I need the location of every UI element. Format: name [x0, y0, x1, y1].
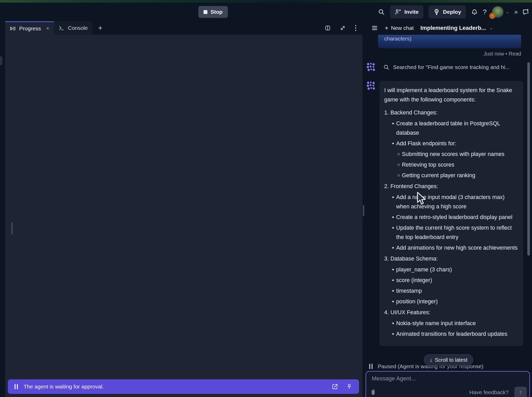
agent-message-bullet: •Create a leaderboard table in PostgreSQ… [384, 119, 518, 138]
new-comment-button[interactable] [522, 8, 529, 16]
expand-pane-button[interactable] [340, 25, 346, 31]
agent-chat-pane: + New chat Implementing Leaderb... ⌄ cha… [365, 21, 532, 397]
pane-divider [362, 21, 365, 397]
agent-message-sub-bullet: ○Getting current player ranking [384, 171, 518, 180]
sidebar-collapsed-handle[interactable] [0, 56, 2, 65]
chat-scrollbar-thumb[interactable] [527, 62, 530, 256]
avatar-badge-icon: ✦ [489, 13, 495, 19]
agent-logo-icon [366, 62, 376, 72]
chat-session-title: Implementing Leaderb... [421, 25, 486, 31]
agent-message-bullet: •Add animations for new high score achie… [384, 243, 518, 252]
invite-label: Invite [404, 9, 419, 15]
tool-search-icon [383, 64, 389, 70]
open-in-new-button[interactable] [332, 383, 338, 390]
paperclip-icon [370, 389, 376, 396]
agent-message-bullet: •Nokia-style name input interface [384, 319, 518, 328]
double-chevron-right-icon: » [514, 8, 517, 16]
scroll-to-latest-button[interactable]: ↓ Scroll to latest [424, 354, 473, 366]
pause-icon [369, 364, 373, 369]
chat-message-list[interactable]: characters) Just now • Read [365, 35, 532, 362]
close-tab-icon[interactable]: × [46, 25, 49, 31]
expand-diagonal-icon [340, 25, 346, 31]
open-in-new-icon [332, 383, 338, 390]
pause-icon [15, 384, 18, 389]
chevron-down-icon: ⌄ [506, 10, 509, 14]
attach-file-button[interactable] [370, 389, 376, 396]
tab-bar: Progress × Console + [5, 21, 362, 35]
progress-icon [10, 25, 16, 32]
invite-person-plus-icon [395, 9, 401, 15]
collapse-panel-button[interactable]: » [514, 8, 517, 16]
deploy-button[interactable]: Deploy [429, 5, 466, 18]
agent-tool-call-row[interactable]: Searched for "Find game score tracking a… [366, 62, 527, 72]
agent-message-section-title: 3. Database Schema: [384, 254, 518, 263]
progress-pane: Progress × Console + [5, 21, 362, 397]
mouse-cursor [416, 191, 427, 206]
scroll-to-latest-label: Scroll to latest [435, 357, 467, 363]
deploy-icon [433, 9, 440, 15]
chat-session-selector[interactable]: Implementing Leaderb... ⌄ [421, 25, 493, 31]
new-chat-label: New chat [391, 25, 414, 31]
user-message-text: characters) [384, 36, 411, 42]
agent-message-bullet: •Add a name input modal (3 characters ma… [384, 193, 518, 211]
agent-message-card: I will implement a leaderboard system fo… [380, 81, 523, 346]
tab-console-label: Console [68, 25, 88, 31]
workspace: Progress × Console + [0, 21, 532, 397]
terminal-icon [59, 25, 65, 31]
search-icon [378, 9, 385, 15]
agent-message-bullet: •Update the current high score system to… [384, 223, 518, 242]
tab-console[interactable]: Console [54, 21, 93, 35]
agent-message-bullet: •position (integer) [384, 297, 518, 306]
replit-workspace-window: Stop Invite [0, 0, 532, 397]
feedback-link[interactable]: Have feedback? [469, 389, 509, 395]
pin-button[interactable] [346, 384, 352, 390]
agent-message-section-title: 4. UI/UX Features: [384, 308, 518, 317]
agent-message-bullet: •player_name (3 chars) [384, 265, 518, 274]
help-icon: ? [483, 8, 487, 16]
add-tab-button[interactable]: + [93, 21, 108, 35]
user-message-bubble: characters) [378, 35, 521, 48]
pane-resize-handle-left[interactable] [11, 222, 13, 234]
stop-button[interactable]: Stop [198, 6, 228, 18]
message-input-container[interactable]: Have feedback? ↑ [366, 371, 530, 397]
approval-text: The agent is waiting for approval. [24, 384, 326, 390]
account-menu[interactable]: ✦ ⌄ [492, 6, 509, 18]
progress-pane-content: The agent is waiting for approval. [5, 35, 362, 397]
agent-message-bullet: •score (integer) [384, 276, 518, 285]
agent-message-section-title: 2. Frontend Changes: [384, 182, 518, 191]
send-button[interactable]: ↑ [514, 387, 527, 397]
agent-message-intro: I will implement a leaderboard system fo… [384, 86, 518, 104]
stop-label: Stop [211, 9, 223, 15]
agent-message-sections: 1. Backend Changes:•Create a leaderboard… [384, 108, 518, 339]
new-chat-button[interactable]: + New chat [385, 24, 414, 32]
tool-call-text: Searched for "Find game score tracking a… [393, 64, 510, 70]
chat-list-icon [371, 25, 378, 31]
agent-message-bullet: •Add Flask endpoints for: [384, 139, 518, 148]
bell-icon [471, 9, 478, 15]
arrow-up-icon: ↑ [519, 389, 522, 396]
split-pane-icon [325, 25, 331, 31]
pane-menu-button[interactable] [355, 25, 357, 31]
top-bar: Stop Invite [0, 3, 532, 21]
search-button[interactable] [378, 9, 385, 15]
chat-history-button[interactable] [371, 25, 378, 31]
split-view-button[interactable] [325, 25, 331, 31]
agent-message-bullet: •Create a retro-styled leaderboard displ… [384, 213, 518, 222]
tab-progress-label: Progress [19, 25, 41, 32]
desktop-background-strip [0, 0, 532, 3]
comment-plus-icon [522, 8, 529, 16]
agent-message-section-title: 1. Backend Changes: [384, 108, 518, 117]
invite-button[interactable]: Invite [390, 5, 423, 18]
agent-message-row: I will implement a leaderboard system fo… [366, 81, 532, 346]
agent-message-sub-bullet: ○Submitting new scores with player names [384, 149, 518, 159]
pin-icon [346, 384, 352, 390]
tab-progress[interactable]: Progress × [5, 21, 54, 35]
left-sidebar-rail [0, 21, 5, 397]
chat-header: + New chat Implementing Leaderb... ⌄ [365, 21, 532, 35]
help-button[interactable]: ? [483, 8, 487, 16]
message-input[interactable] [371, 375, 525, 387]
pane-resize-handle-right[interactable] [363, 205, 364, 216]
chevron-down-icon: ⌄ [490, 26, 493, 30]
plus-icon: + [385, 24, 388, 32]
notifications-button[interactable] [471, 9, 478, 15]
